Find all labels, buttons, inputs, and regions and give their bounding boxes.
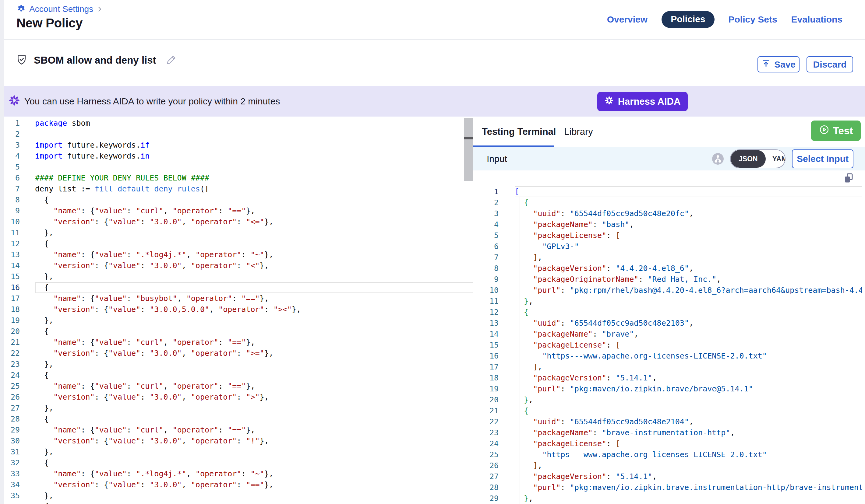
tab-library[interactable]: Library: [564, 117, 593, 147]
code-line[interactable]: 17 ],: [473, 362, 862, 373]
format-option-json[interactable]: JSON: [731, 150, 766, 168]
code-line[interactable]: 11 },: [4, 227, 473, 238]
code-line[interactable]: 5: [4, 162, 473, 173]
code-line[interactable]: 31 },: [4, 446, 473, 457]
code-line[interactable]: 11 },: [473, 296, 862, 307]
code-line[interactable]: 35 },: [4, 490, 473, 501]
code-line[interactable]: 1[: [473, 186, 862, 197]
code-line[interactable]: 5 "packageLicense": [: [473, 230, 862, 241]
code-line[interactable]: 15 "packageLicense": [: [473, 340, 862, 351]
play-circle-icon: [819, 125, 829, 137]
code-line[interactable]: 21 "name": {"value": "curl", "operator":…: [4, 337, 473, 348]
code-line[interactable]: 29 },: [473, 493, 862, 504]
edit-pencil-icon[interactable]: [166, 54, 177, 66]
breadcrumb[interactable]: Account Settings: [16, 4, 103, 14]
code-line[interactable]: 2 {: [473, 197, 862, 208]
code-line[interactable]: 14 "version": {"value": "3.0.0", "operat…: [4, 260, 473, 271]
indent-guide: [520, 263, 520, 274]
code-line[interactable]: 26 ],: [473, 460, 862, 471]
code-line[interactable]: 12 {: [473, 307, 862, 318]
harness-aida-button[interactable]: Harness AIDA: [597, 92, 688, 111]
code-line[interactable]: 28 {: [4, 414, 473, 424]
save-button[interactable]: Save: [758, 56, 799, 72]
code-line[interactable]: 24 {: [4, 370, 473, 381]
format-option-yaml[interactable]: YAML: [766, 150, 785, 168]
code-line[interactable]: 7deny_list := fill_default_deny_rules([: [4, 184, 473, 195]
chevron-right-icon: [96, 6, 103, 12]
code-line[interactable]: 34 "version": {"value": "3.0.0", "operat…: [4, 479, 473, 490]
code-line[interactable]: 14 "packageName": "brave",: [473, 329, 862, 340]
code-line[interactable]: 6 "GPLv3-": [473, 241, 862, 252]
code-line[interactable]: 17 "name": {"value": "busybot", "operato…: [4, 293, 473, 304]
shield-check-icon: [15, 53, 28, 68]
nav-tab-policy-sets[interactable]: Policy Sets: [728, 14, 777, 25]
code-line[interactable]: 23 },: [4, 359, 473, 370]
code-line[interactable]: 20 {: [4, 326, 473, 337]
code-line[interactable]: 9 "packageOriginatorName": "Red Hat, Inc…: [473, 274, 862, 285]
code-line[interactable]: 10 "version": {"value": "3.0.0", "operat…: [4, 216, 473, 227]
policy-code-editor[interactable]: 1package sbom23import future.keywords.if…: [4, 117, 473, 504]
code-line[interactable]: 26 "version": {"value": "3.0.0", "operat…: [4, 392, 473, 403]
code-line[interactable]: 36 {: [4, 501, 473, 504]
code-line[interactable]: 18 "version": {"value": "3.0.0,5.0.0", "…: [4, 304, 473, 315]
code-line[interactable]: 22 "uuid": "65544df05cc9ad50c48e2104",: [473, 417, 862, 427]
code-line[interactable]: 27 "packageVersion": "5.14.1",: [473, 471, 862, 482]
format-toggle[interactable]: JSON YAML: [730, 150, 785, 168]
code-line[interactable]: 29 "name": {"value": "curl", "operator":…: [4, 424, 473, 435]
select-input-button[interactable]: Select Input: [792, 150, 853, 168]
code-line[interactable]: 7 ],: [473, 252, 862, 263]
nav-tab-overview[interactable]: Overview: [607, 14, 647, 25]
code-line[interactable]: 1package sbom: [4, 118, 473, 129]
breadcrumb-label[interactable]: Account Settings: [29, 4, 93, 14]
discard-button[interactable]: Discard: [807, 56, 853, 72]
code-line[interactable]: 22 "version": {"value": "3.0.0", "operat…: [4, 348, 473, 359]
code-line[interactable]: 4 "packageName": "bash",: [473, 219, 862, 230]
code-line[interactable]: 12 {: [4, 238, 473, 249]
indent-guide: [40, 446, 40, 457]
code-line[interactable]: 13 "uuid": "65544df05cc9ad50c48e2103",: [473, 318, 862, 329]
test-button[interactable]: Test: [811, 120, 861, 141]
line-number: 24: [473, 438, 515, 449]
branch-icon[interactable]: [712, 153, 724, 165]
indent-guide: [40, 260, 40, 271]
code-line[interactable]: 30 "version": {"value": "3.0.0", "operat…: [4, 435, 473, 446]
code-line[interactable]: 25 "https---www.apache.org-licenses-LICE…: [473, 449, 862, 460]
code-line[interactable]: 4import future.keywords.in: [4, 151, 473, 162]
line-number: 20: [4, 326, 35, 337]
code-line[interactable]: 3import future.keywords.if: [4, 140, 473, 151]
code-line[interactable]: 8 {: [4, 195, 473, 206]
code-line[interactable]: 2: [4, 129, 473, 140]
code-line[interactable]: 24 "packageLicense": [: [473, 438, 862, 449]
code-line[interactable]: 18 "packageVersion": "5.14.1",: [473, 373, 862, 384]
code-line[interactable]: 16 {: [4, 282, 473, 293]
line-number: 8: [4, 195, 35, 206]
code-line[interactable]: 28 "purl": "pkg:maven/io.zipkin.brave.in…: [473, 482, 862, 493]
code-line[interactable]: 15 },: [4, 271, 473, 282]
code-line[interactable]: 19 },: [4, 315, 473, 326]
code-line[interactable]: 21 {: [473, 406, 862, 417]
code-line[interactable]: 9 "name": {"value": "curl", "operator": …: [4, 206, 473, 216]
tab-testing-terminal[interactable]: Testing Terminal: [482, 117, 556, 147]
code-line[interactable]: 3 "uuid": "65544df05cc9ad50c48e20fc",: [473, 208, 862, 219]
indent-guide: [520, 373, 520, 384]
code-line[interactable]: 8 "packageVersion": "4.4.20-4.el8_6",: [473, 263, 862, 274]
code-line[interactable]: 19 "purl": "pkg:maven/io.zipkin.brave/br…: [473, 384, 862, 395]
code-line[interactable]: 10 "purl": "pkg:rpm/rhel/bash@4.4.20-4.e…: [473, 285, 862, 296]
editor-scrollbar-thumb[interactable]: [464, 118, 473, 181]
code-line[interactable]: 33 "name": {"value": ".*log4j.*", "opera…: [4, 468, 473, 479]
nav-tab-policies[interactable]: Policies: [661, 11, 714, 28]
indent-guide: [40, 293, 40, 304]
indent-guide: [520, 460, 520, 471]
nav-tab-evaluations[interactable]: Evaluations: [791, 14, 842, 25]
code-line[interactable]: 20 },: [473, 395, 862, 406]
code-line[interactable]: 23 "packageName": "brave-instrumentation…: [473, 427, 862, 438]
code-line[interactable]: 25 "name": {"value": "curl", "operator":…: [4, 381, 473, 392]
code-line[interactable]: 6#### DEFINE YOUR DENY RULES BELOW ####: [4, 173, 473, 184]
indent-guide: [40, 282, 40, 293]
input-code-editor[interactable]: 1[2 {3 "uuid": "65544df05cc9ad50c48e20fc…: [473, 171, 862, 504]
code-line[interactable]: 16 "https---www.apache.org-licenses-LICE…: [473, 351, 862, 362]
code-line[interactable]: 32 {: [4, 457, 473, 468]
copy-icon[interactable]: [843, 172, 854, 185]
code-line[interactable]: 13 "name": {"value": ".*log4j.*", "opera…: [4, 249, 473, 260]
code-line[interactable]: 27 },: [4, 403, 473, 414]
